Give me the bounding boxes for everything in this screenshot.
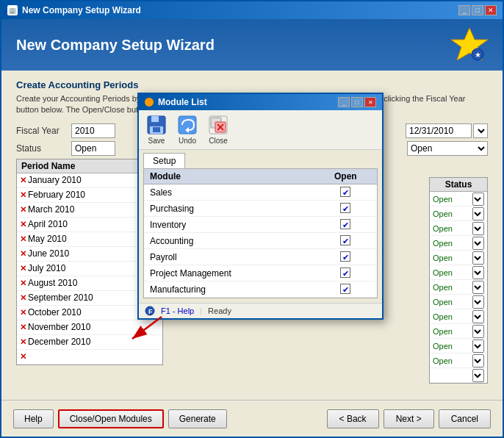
period-name-7: July 2010 <box>28 263 65 273</box>
help-button[interactable]: Help <box>13 409 54 428</box>
close-toolbar-button[interactable]: Close <box>205 113 231 146</box>
fiscal-year-end-dropdown[interactable]: 12/31/2010 <box>473 123 488 138</box>
modal-title-dot <box>145 98 154 107</box>
next-button[interactable]: Next > <box>384 409 434 428</box>
undo-toolbar-button[interactable]: Undo <box>174 113 201 146</box>
status-row-4: Open▼ <box>430 236 487 251</box>
status-select-1[interactable]: ▼ <box>472 193 484 206</box>
module-check-project-mgmt[interactable] <box>314 265 377 281</box>
status-select-7[interactable]: ▼ <box>472 281 484 294</box>
status-row-2: Open▼ <box>430 207 487 221</box>
window-title: New Company Setup Wizard <box>22 5 141 15</box>
status-label: Status <box>16 143 71 154</box>
close-window-button[interactable]: ✕ <box>485 5 497 15</box>
module-check-manufacturing[interactable] <box>314 281 377 298</box>
period-name-10: October 2010 <box>28 307 82 317</box>
fiscal-year-end-input[interactable] <box>406 123 472 138</box>
sales-checkbox[interactable] <box>340 187 350 197</box>
tab-setup[interactable]: Setup <box>143 153 185 168</box>
period-row: ✕November 2010 <box>17 320 162 335</box>
undo-toolbar-label: Undo <box>179 137 196 145</box>
main-window: 🏢 New Company Setup Wizard _ □ ✕ New Com… <box>0 0 504 438</box>
period-x-6: ✕ <box>20 249 26 259</box>
title-bar-controls: _ □ ✕ <box>458 5 497 15</box>
back-button[interactable]: < Back <box>327 409 379 428</box>
period-name-5: May 2010 <box>28 234 67 244</box>
modal-statusbar: F F1 - Help | Ready <box>139 303 382 318</box>
period-name-9: September 2010 <box>28 292 93 303</box>
module-name-project-mgmt: Project Management <box>144 265 314 281</box>
status-select-6[interactable]: ▼ <box>472 266 484 279</box>
period-name-8: August 2010 <box>28 278 77 288</box>
header-title: New Company Setup Wizard <box>16 37 215 54</box>
module-check-accounting[interactable] <box>314 233 377 249</box>
fiscal-year-input[interactable] <box>71 123 115 138</box>
module-table: Module Open Sales Purchasing <box>144 169 377 298</box>
status-dropdown[interactable]: Open Closed <box>407 141 488 156</box>
status-select-9[interactable]: ▼ <box>472 310 484 323</box>
period-x-3: ✕ <box>20 205 26 215</box>
inventory-checkbox[interactable] <box>340 219 350 229</box>
status-text-12: Open <box>433 356 453 365</box>
status-row-10: Open▼ <box>430 324 487 339</box>
module-check-inventory[interactable] <box>314 217 377 233</box>
status-select-10[interactable]: ▼ <box>472 325 484 338</box>
section-title: Create Accounting Periods <box>16 79 488 90</box>
status-select-11[interactable]: ▼ <box>472 340 484 353</box>
period-x-13: ✕ <box>20 352 26 362</box>
svg-rect-9 <box>153 127 160 132</box>
status-input[interactable] <box>71 141 115 156</box>
cancel-button[interactable]: Cancel <box>439 409 491 428</box>
undo-icon <box>177 115 198 135</box>
help-link[interactable]: F1 - Help <box>161 306 194 315</box>
module-check-payroll[interactable] <box>314 249 377 265</box>
maximize-button[interactable]: □ <box>472 5 483 15</box>
modal-minimize-button[interactable]: _ <box>338 97 350 107</box>
period-x-9: ✕ <box>20 293 26 303</box>
footer: Help Close/Open Modules Generate < Back … <box>1 400 503 437</box>
status-select-8[interactable]: ▼ <box>472 295 484 309</box>
module-check-purchasing[interactable] <box>314 201 377 217</box>
status-text-7: Open <box>433 283 453 292</box>
modal-tabs: Setup <box>139 150 382 168</box>
status-table: Status Open▼ Open▼ Open▼ Open▼ Open▼ Ope… <box>429 177 488 384</box>
modal-close-button[interactable]: ✕ <box>364 97 376 107</box>
close-open-modules-button[interactable]: Close/Open Modules <box>58 409 164 428</box>
period-x-10: ✕ <box>20 308 26 317</box>
save-toolbar-button[interactable]: Save <box>143 113 170 146</box>
module-check-sales[interactable] <box>314 184 377 201</box>
modal-maximize-button[interactable]: □ <box>351 97 363 107</box>
status-select-5[interactable]: ▼ <box>472 251 484 265</box>
minimize-button[interactable]: _ <box>458 5 470 15</box>
project-mgmt-checkbox[interactable] <box>340 268 350 278</box>
status-select-4[interactable]: ▼ <box>472 237 484 250</box>
module-row-purchasing: Purchasing <box>144 201 377 217</box>
modal-controls: _ □ ✕ <box>338 97 376 107</box>
svg-rect-7 <box>151 116 159 122</box>
help-icon: F <box>145 306 155 316</box>
manufacturing-checkbox[interactable] <box>340 284 350 294</box>
status-row-12: Open▼ <box>430 353 487 368</box>
status-select-3[interactable]: ▼ <box>472 222 484 235</box>
period-row: ✕December 2010 <box>17 335 162 350</box>
wizard-icon: ★ <box>451 26 488 63</box>
status-row-1: Open▼ <box>430 192 487 207</box>
generate-button[interactable]: Generate <box>168 409 227 428</box>
title-bar-left: 🏢 New Company Setup Wizard <box>7 5 141 15</box>
title-bar: 🏢 New Company Setup Wizard _ □ ✕ <box>1 1 503 19</box>
status-row-7: Open▼ <box>430 280 487 295</box>
status-select-12[interactable]: ▼ <box>472 354 484 367</box>
status-text-10: Open <box>433 327 453 336</box>
module-name-inventory: Inventory <box>144 217 314 233</box>
accounting-checkbox[interactable] <box>340 235 350 245</box>
status-select-2[interactable]: ▼ <box>472 207 484 220</box>
status-select-13[interactable]: ▼ <box>472 369 484 382</box>
purchasing-checkbox[interactable] <box>340 203 350 213</box>
status-text-8: Open <box>433 298 453 306</box>
payroll-checkbox[interactable] <box>340 251 350 262</box>
period-x-11: ✕ <box>20 323 26 332</box>
content-area: Create Accounting Periods Create your Ac… <box>1 71 503 400</box>
module-name-manufacturing: Manufacturing <box>144 281 314 298</box>
period-name-12: December 2010 <box>28 337 90 347</box>
status-ready-text: Ready <box>208 306 231 315</box>
